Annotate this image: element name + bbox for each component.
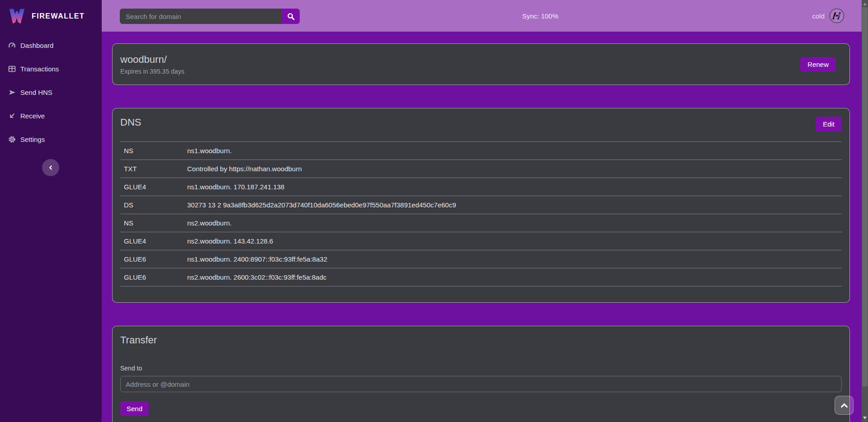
domain-expiry: Expires in 395.35 days [120, 68, 800, 75]
chevron-left-icon [47, 164, 54, 171]
sidebar-collapse-button[interactable] [42, 159, 59, 176]
dns-record-value: ns2.woodburn. [184, 214, 842, 232]
search-input[interactable] [120, 9, 282, 24]
sidebar-item-settings[interactable]: Settings [0, 130, 102, 148]
brand[interactable]: FIREWALLET [0, 0, 102, 32]
domain-search [120, 9, 300, 24]
dns-record-value: ns1.woodburn. 2400:8907::f03c:93ff:fe5a:… [184, 250, 842, 268]
sidebar-item-label: Transactions [20, 65, 59, 73]
transactions-icon [8, 65, 16, 73]
search-button[interactable] [282, 9, 300, 24]
domain-card: woodburn/ Expires in 395.35 days Renew [112, 43, 850, 85]
table-row: GLUE4 ns1.woodburn. 170.187.241.138 [120, 178, 842, 196]
sidebar-nav: Dashboard Transactions Send HNS [0, 36, 102, 148]
sidebar-item-label: Dashboard [20, 42, 53, 49]
dns-record-type: GLUE6 [120, 268, 184, 286]
dns-record-type: DS [120, 196, 184, 214]
scrollbar-thumb[interactable] [862, 7, 868, 386]
settings-icon [8, 136, 16, 143]
dns-record-type: GLUE4 [120, 232, 184, 250]
dns-record-value: ns1.woodburn. 170.187.241.138 [184, 178, 842, 196]
dns-record-value: Controlled by https://nathan.woodburn [184, 160, 842, 178]
firewallet-logo-icon [7, 7, 26, 26]
wallet-name: cold [812, 12, 825, 20]
page-scrollbar[interactable] [862, 0, 868, 422]
transfer-card: Transfer Send to Send [112, 326, 850, 422]
dns-record-type: GLUE4 [120, 178, 184, 196]
transfer-title: Transfer [120, 334, 842, 346]
sidebar-item-label: Settings [20, 136, 45, 143]
renew-button[interactable]: Renew [800, 57, 836, 72]
table-row: GLUE6 ns2.woodburn. 2600:3c02::f03c:93ff… [120, 268, 842, 286]
dns-record-type: TXT [120, 160, 184, 178]
dns-record-value: ns2.woodburn. 2600:3c02::f03c:93ff:fe5a:… [184, 268, 842, 286]
scroll-to-top-button[interactable] [835, 396, 854, 415]
dns-record-type: NS [120, 214, 184, 232]
search-icon [287, 13, 295, 20]
table-row: GLUE4 ns2.woodburn. 143.42.128.6 [120, 232, 842, 250]
main-content: woodburn/ Expires in 395.35 days Renew D… [102, 32, 862, 422]
table-row: DS 30273 13 2 9a3a8fb3d625d2a2073d740f10… [120, 196, 842, 214]
chevron-up-icon [840, 403, 848, 410]
send-icon [8, 89, 16, 96]
sidebar-item-label: Receive [20, 112, 45, 120]
sidebar-item-label: Send HNS [20, 89, 52, 96]
table-row: NS ns1.woodburn. [120, 142, 842, 160]
dns-record-value: 30273 13 2 9a3a8fb3d625d2a2073d740f10da6… [184, 196, 842, 214]
send-to-label: Send to [120, 365, 842, 372]
sidebar-item-dashboard[interactable]: Dashboard [0, 36, 102, 54]
dns-title: DNS [120, 117, 141, 128]
page-title: woodburn/ [120, 54, 800, 66]
dns-card: DNS Edit NS ns1.woodburn. TXT Controlled… [112, 108, 850, 303]
dns-records-table: NS ns1.woodburn. TXT Controlled by https… [120, 141, 842, 286]
scrollbar-down-arrow-icon[interactable] [863, 417, 867, 419]
wallet-indicator: cold H [812, 0, 845, 32]
topbar: Sync: 100% cold H [102, 0, 862, 32]
brand-name: FIREWALLET [32, 12, 85, 20]
dns-record-type: GLUE6 [120, 250, 184, 268]
sidebar: FIREWALLET Dashboard Transactions [0, 0, 102, 422]
dns-record-value: ns1.woodburn. [184, 142, 842, 160]
dns-card-header: DNS Edit [120, 117, 842, 131]
table-row: NS ns2.woodburn. [120, 214, 842, 232]
sidebar-item-send-hns[interactable]: Send HNS [0, 83, 102, 101]
sidebar-item-transactions[interactable]: Transactions [0, 60, 102, 78]
handshake-logo-icon[interactable]: H [829, 8, 845, 24]
dns-record-type: NS [120, 142, 184, 160]
receive-icon [8, 112, 16, 120]
table-row: GLUE6 ns1.woodburn. 2400:8907::f03c:93ff… [120, 250, 842, 268]
dns-record-value: ns2.woodburn. 143.42.128.6 [184, 232, 842, 250]
sidebar-item-receive[interactable]: Receive [0, 107, 102, 125]
send-button[interactable]: Send [120, 401, 149, 416]
edit-dns-button[interactable]: Edit [816, 117, 842, 131]
domain-info: woodburn/ Expires in 395.35 days [120, 54, 800, 75]
table-row: TXT Controlled by https://nathan.woodbur… [120, 160, 842, 178]
transfer-address-input[interactable] [120, 376, 842, 392]
sync-status: Sync: 100% [522, 0, 558, 32]
scrollbar-up-arrow-icon[interactable] [863, 3, 867, 5]
dashboard-icon [8, 42, 16, 49]
